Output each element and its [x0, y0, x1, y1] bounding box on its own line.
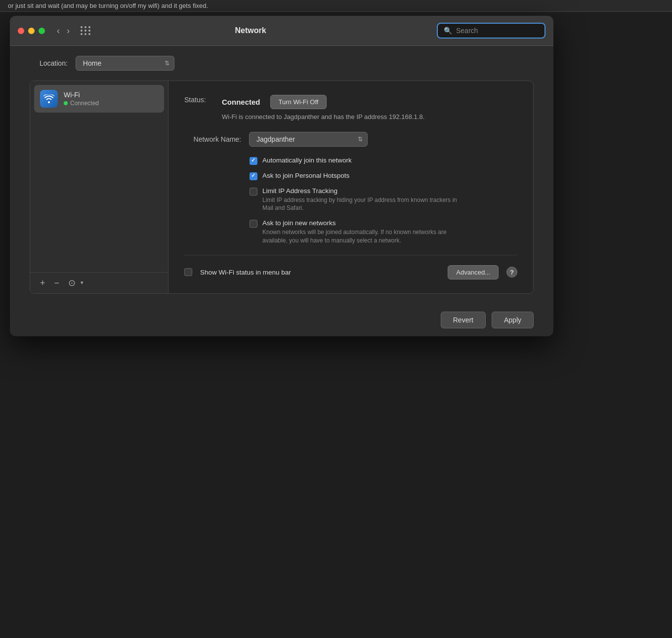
main-window: ‹ › Network 🔍 Location: Home Automatic [10, 16, 553, 336]
sidebar-item-status: Connected [64, 100, 99, 107]
location-label: Location: [40, 59, 68, 67]
network-name-row: Network Name: Jagdpanther Other... ⇅ [184, 132, 517, 147]
network-name-label: Network Name: [184, 135, 241, 143]
ask-new-networks-label-group: Ask to join new networks Known networks … [262, 219, 460, 245]
show-wifi-status-label: Show Wi-Fi status in menu bar [200, 269, 440, 276]
ask-new-networks-row: Ask to join new networks Known networks … [250, 219, 517, 245]
close-button[interactable] [18, 28, 24, 34]
turn-wifi-off-button[interactable]: Turn Wi-Fi Off [270, 95, 327, 109]
add-network-button[interactable]: + [36, 277, 49, 289]
status-connected-row: Connected Turn Wi-Fi Off [222, 95, 517, 109]
toolbar-more-wrapper: ⊙ ▾ [64, 277, 84, 289]
apply-button[interactable]: Apply [492, 312, 534, 328]
search-icon: 🔍 [444, 27, 452, 35]
remove-network-button[interactable]: − [50, 277, 64, 289]
sidebar-content: Wi-Fi Connected [30, 81, 168, 272]
help-button[interactable]: ? [506, 267, 517, 278]
personal-hotspot-label: Ask to join Personal Hotspots [262, 172, 349, 179]
location-select[interactable]: Home Automatic Work [76, 56, 174, 71]
limit-ip-checkbox[interactable] [250, 188, 257, 196]
status-section: Status: Connected Turn Wi-Fi Off Wi-Fi i… [184, 95, 517, 122]
traffic-lights [18, 28, 45, 34]
auto-join-label: Automatically join this network [262, 157, 352, 164]
network-name-select-wrapper: Jagdpanther Other... ⇅ [249, 132, 368, 147]
sidebar-item-info: Wi-Fi Connected [64, 91, 99, 107]
location-select-wrapper: Home Automatic Work ⇅ [76, 56, 174, 71]
top-strip-text: or just sit and wait (and may be turning… [0, 0, 672, 12]
show-wifi-status-checkbox[interactable] [184, 268, 192, 276]
auto-join-checkbox[interactable] [250, 157, 257, 165]
wifi-icon [40, 90, 58, 108]
limit-ip-label-group: Limit IP Address Tracking Limit IP addre… [262, 187, 460, 213]
detail-panel: Status: Connected Turn Wi-Fi Off Wi-Fi i… [168, 81, 533, 293]
status-connected-text: Connected [222, 98, 260, 106]
search-box: 🔍 [437, 23, 546, 39]
more-options-button[interactable]: ⊙ [64, 277, 80, 289]
sidebar-toolbar: + − ⊙ ▾ [30, 272, 168, 293]
status-description: Wi-Fi is connected to Jagdpanther and ha… [222, 112, 429, 122]
main-panel: Wi-Fi Connected + − ⊙ ▾ [30, 80, 534, 294]
search-input[interactable] [456, 27, 535, 35]
status-label: Status: [184, 95, 214, 104]
revert-button[interactable]: Revert [441, 312, 486, 328]
advanced-button[interactable]: Advanced... [448, 265, 499, 279]
location-row: Location: Home Automatic Work ⇅ [30, 56, 534, 71]
back-button[interactable]: ‹ [55, 25, 62, 36]
checkboxes-section: Automatically join this network Ask to j… [184, 157, 517, 245]
content-area: Location: Home Automatic Work ⇅ [10, 46, 553, 304]
window-title: Network [70, 26, 431, 35]
status-info: Connected Turn Wi-Fi Off Wi-Fi is connec… [222, 95, 517, 122]
ask-new-networks-description: Known networks will be joined automatica… [262, 228, 460, 245]
titlebar: ‹ › Network 🔍 [10, 16, 553, 46]
sidebar-item-wifi[interactable]: Wi-Fi Connected [34, 85, 164, 113]
limit-ip-description: Limit IP address tracking by hiding your… [262, 196, 460, 213]
limit-ip-row: Limit IP Address Tracking Limit IP addre… [250, 187, 517, 213]
ask-new-networks-checkbox[interactable] [250, 220, 257, 228]
status-dot-icon [64, 101, 68, 105]
sidebar-item-name: Wi-Fi [64, 91, 99, 99]
minimize-button[interactable] [28, 28, 35, 34]
ask-new-networks-label: Ask to join new networks [262, 219, 460, 227]
more-chevron-icon: ▾ [81, 279, 84, 286]
bottom-section: Show Wi-Fi status in menu bar Advanced..… [184, 255, 517, 279]
auto-join-label-group: Automatically join this network [262, 157, 352, 164]
maximize-button[interactable] [39, 28, 45, 34]
sidebar: Wi-Fi Connected + − ⊙ ▾ [30, 81, 168, 293]
network-name-select[interactable]: Jagdpanther Other... [249, 132, 368, 147]
auto-join-row: Automatically join this network [250, 157, 517, 165]
personal-hotspot-label-group: Ask to join Personal Hotspots [262, 172, 349, 179]
action-row: Revert Apply [10, 304, 553, 336]
limit-ip-label: Limit IP Address Tracking [262, 187, 460, 195]
personal-hotspot-row: Ask to join Personal Hotspots [250, 172, 517, 180]
nav-buttons: ‹ › [55, 25, 72, 36]
personal-hotspot-checkbox[interactable] [250, 172, 257, 180]
